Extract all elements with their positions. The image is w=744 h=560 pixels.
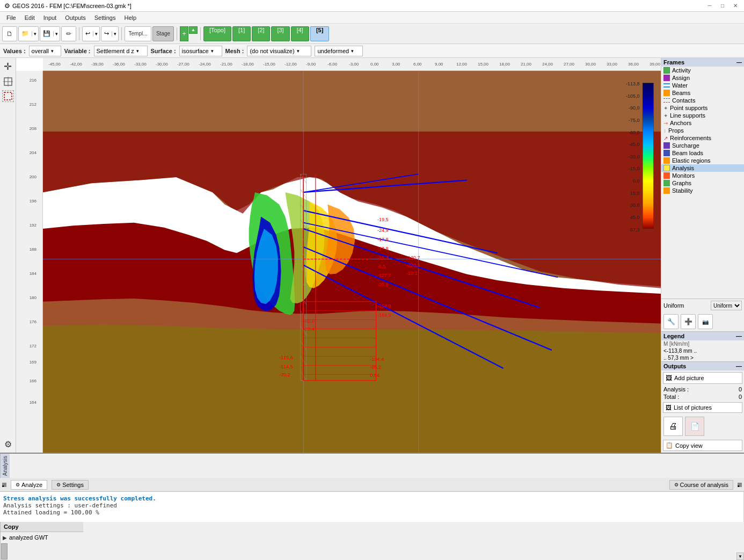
- frame-contacts[interactable]: Contacts: [661, 97, 744, 104]
- bottom-collapse-btn-right[interactable]: ▪: [738, 483, 742, 487]
- svg-text:-33,00: -33,00: [134, 62, 147, 67]
- maximize-button[interactable]: □: [718, 2, 727, 10]
- frame-anchors[interactable]: ↗ Anchors: [661, 119, 744, 127]
- print-button[interactable]: 🖨: [663, 417, 683, 436]
- frame-monitors[interactable]: Monitors: [661, 172, 744, 179]
- values-dropdown[interactable]: overall▾: [29, 46, 61, 56]
- tab-topo[interactable]: [Topo]: [203, 26, 231, 41]
- wrench-button[interactable]: 🔧: [663, 314, 679, 329]
- svg-text:-39,00: -39,00: [91, 62, 104, 67]
- open-button[interactable]: 📁▾: [18, 26, 39, 41]
- surface-dropdown[interactable]: isosurface▾: [179, 46, 222, 56]
- svg-text:-6,5: -6,5: [377, 264, 386, 269]
- log-scrollbar[interactable]: ▼: [0, 543, 8, 560]
- frame-stability[interactable]: Stability: [661, 187, 744, 194]
- svg-text:-75,0: -75,0: [629, 118, 640, 123]
- frame-activity[interactable]: Activity: [661, 67, 744, 74]
- add-button[interactable]: ➕: [681, 314, 696, 329]
- svg-text:188: 188: [30, 247, 37, 252]
- menu-help[interactable]: Help: [120, 13, 141, 22]
- frame-graphs[interactable]: Graphs: [661, 179, 744, 187]
- copy-view-button[interactable]: 📋 Copy view: [663, 440, 742, 451]
- menu-file[interactable]: File: [2, 13, 20, 22]
- frame-assign[interactable]: Assign: [661, 74, 744, 82]
- analyze-tab[interactable]: ⚙ Analyze: [11, 480, 47, 490]
- tab-4[interactable]: [4]: [291, 26, 309, 41]
- zoom-select-tool[interactable]: [2, 90, 14, 102]
- bottom-collapse-btn[interactable]: ▪: [2, 483, 6, 487]
- add-picture-icon: 🖼: [666, 374, 672, 382]
- course-tab[interactable]: ⚙ Course of analysis: [669, 480, 734, 490]
- analysis-value: 0: [739, 386, 742, 392]
- menu-edit[interactable]: Edit: [20, 13, 39, 22]
- list-pictures-button[interactable]: 🖼 List of pictures: [663, 402, 742, 413]
- frame-surcharge[interactable]: Surcharge: [661, 142, 744, 149]
- frame-props[interactable]: ↕ Props: [661, 127, 744, 134]
- svg-text:-220,3: -220,3: [406, 263, 420, 268]
- new-button[interactable]: 🗋: [2, 26, 17, 41]
- move-tool[interactable]: ✛: [2, 60, 14, 73]
- scroll-thumb[interactable]: [1, 543, 8, 559]
- svg-rect-111: [643, 83, 653, 229]
- menu-input[interactable]: Input: [39, 13, 61, 22]
- add-picture-button[interactable]: 🖼 Add picture: [663, 372, 742, 384]
- frame-elastic-regions[interactable]: Elastic regions: [661, 157, 744, 164]
- menu-settings[interactable]: Settings: [90, 13, 120, 22]
- frame-point-supports[interactable]: ✦ Point supports: [661, 104, 744, 112]
- frame-reinforcements-icon: ↗: [663, 135, 668, 141]
- analyzed-gwt-label: analyzed GWT: [9, 534, 48, 541]
- copy-view-icon: 📋: [666, 442, 673, 449]
- svg-text:-42,00: -42,00: [70, 62, 82, 67]
- plus-stage-button[interactable]: +: [180, 26, 188, 41]
- tab-5[interactable]: [5]: [310, 26, 329, 41]
- svg-text:24,00: 24,00: [542, 62, 553, 67]
- settings-tab[interactable]: ⚙ Settings: [52, 480, 89, 490]
- scroll-down-btn[interactable]: ▼: [736, 552, 744, 560]
- variable-dropdown[interactable]: Settlement d z▾: [94, 46, 148, 56]
- zoom-extent-tool[interactable]: [2, 75, 14, 88]
- frames-collapse[interactable]: —: [736, 60, 742, 66]
- deform-dropdown[interactable]: undeformed▾: [315, 46, 363, 56]
- canvas-area[interactable]: -45,00 -42,00 -39,00 -36,00 -33,00 -30,0…: [16, 58, 661, 453]
- outputs-collapse[interactable]: —: [736, 363, 742, 369]
- legend-collapse[interactable]: —: [736, 333, 742, 339]
- frame-stability-icon: [663, 187, 670, 194]
- surface-label: Surface :: [151, 48, 176, 54]
- legend-section: Legend — M [kNm/m] <-113,8 mm .. .. 57,3…: [661, 331, 744, 361]
- stage-button[interactable]: Stage: [152, 26, 174, 41]
- visualization[interactable]: -19,5 -24,9 -17,8 -17,8 -15,3 -6,5 -127,…: [43, 71, 661, 453]
- frame-water[interactable]: Water: [661, 82, 744, 89]
- mesh-dropdown[interactable]: (do not visualize)▾: [247, 46, 311, 56]
- legend-min: <-113,8 mm ..: [661, 347, 744, 354]
- template-button[interactable]: Templ...: [125, 26, 151, 41]
- frame-beams[interactable]: Beams: [661, 89, 744, 97]
- total-label: Total :: [663, 394, 679, 400]
- save-button[interactable]: 💾▾: [40, 26, 60, 41]
- svg-text:166: 166: [30, 379, 37, 383]
- analyze-tab-icon: ⚙: [16, 482, 20, 488]
- bottom-toolbar: ▪ ⚙ Analyze ⚙ Settings ⚙ Course of analy…: [0, 478, 744, 492]
- undo-button[interactable]: ↩▾: [82, 26, 100, 41]
- svg-text:-17,8: -17,8: [377, 237, 389, 242]
- frame-line-supports[interactable]: ✦ Line supports: [661, 112, 744, 119]
- tab-3[interactable]: [3]: [271, 26, 289, 41]
- pdf-button[interactable]: 📄: [685, 417, 704, 436]
- frame-assign-icon: [663, 75, 670, 81]
- svg-text:-24,9: -24,9: [377, 228, 389, 233]
- analyzed-gwt-row[interactable]: ▶ analyzed GWT: [1, 532, 83, 543]
- frame-analysis[interactable]: Analysis: [661, 164, 744, 172]
- stage-up-button[interactable]: ▲: [189, 26, 198, 34]
- screenshot-button[interactable]: 📷: [698, 314, 713, 329]
- redo-button[interactable]: ↪▾: [101, 26, 119, 41]
- tab-1[interactable]: [1]: [232, 26, 251, 41]
- settings-tool[interactable]: ⚙: [2, 438, 14, 450]
- minimize-button[interactable]: ─: [705, 2, 714, 10]
- tab-2[interactable]: [2]: [252, 26, 270, 41]
- uniform-dropdown[interactable]: Uniform Custom: [711, 301, 742, 310]
- uniform-bar: Uniform Uniform Custom: [661, 299, 744, 312]
- frame-beam-loads[interactable]: Beam loads: [661, 149, 744, 157]
- frame-reinforcements[interactable]: ↗ Reinforcements: [661, 134, 744, 142]
- menu-outputs[interactable]: Outputs: [61, 13, 90, 22]
- close-button[interactable]: ✕: [731, 2, 740, 10]
- edit-button[interactable]: ✏: [61, 26, 76, 41]
